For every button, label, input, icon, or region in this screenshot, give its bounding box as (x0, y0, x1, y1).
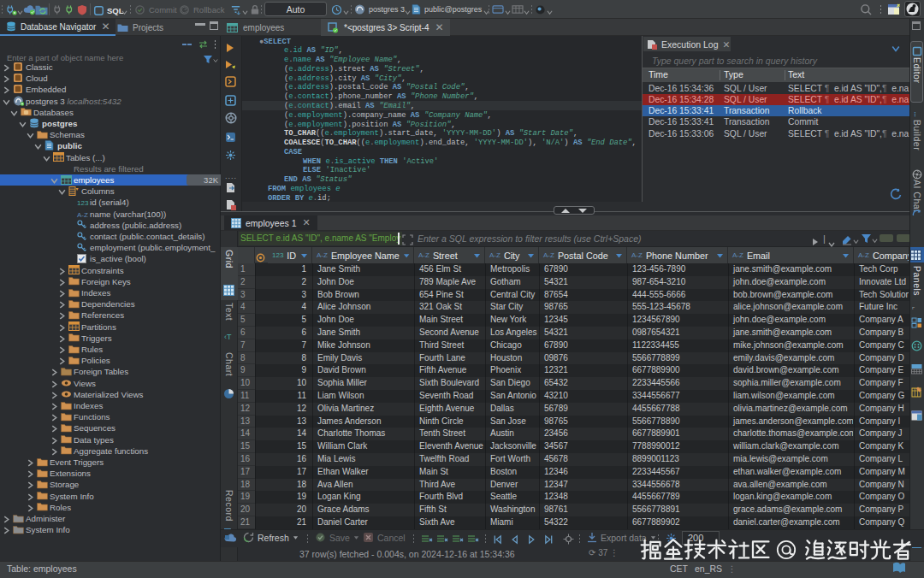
svg-text:▾: ▾ (76, 186, 79, 192)
